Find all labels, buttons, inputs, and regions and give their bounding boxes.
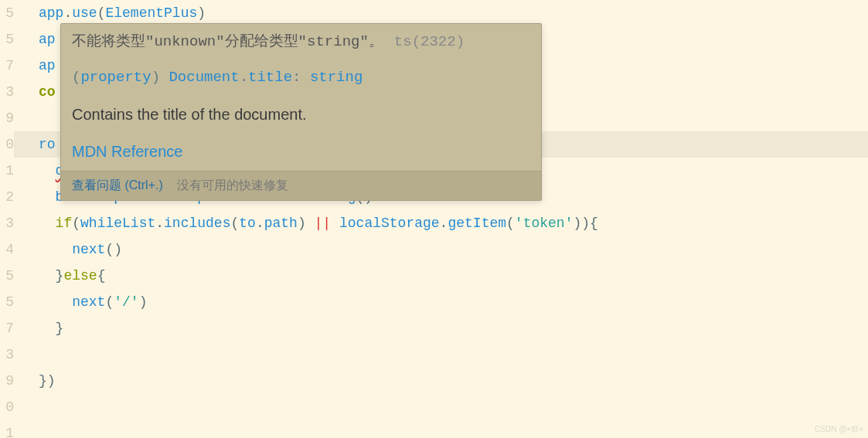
code-line[interactable]: }else{ xyxy=(39,263,868,289)
code-line[interactable]: if(whileList.includes(to.path) || localS… xyxy=(39,210,868,236)
watermark: CSDN @+郑+ xyxy=(815,423,863,436)
line-number-gutter: 5 5 7 3 9 0 1 2 3 4 5 5 7 3 9 0 1 xyxy=(0,0,14,438)
hover-tooltip[interactable]: 不能将类型"unknown"分配给类型"string"。ts(2322) (pr… xyxy=(60,23,542,201)
signature-row: (property) Document.title: string xyxy=(61,59,541,95)
code-line[interactable]: }) xyxy=(39,368,868,394)
code-line[interactable]: app.use(ElementPlus) xyxy=(39,0,868,26)
error-code: ts(2322) xyxy=(394,33,465,50)
doc-description: Contains the title of the document. xyxy=(61,96,541,133)
hover-actions-bar: 查看问题 (Ctrl+.)没有可用的快速修复 xyxy=(61,171,541,200)
code-line[interactable]: next() xyxy=(39,236,868,263)
error-message: 不能将类型"unknown"分配给类型"string"。 xyxy=(72,33,383,50)
code-line[interactable] xyxy=(39,341,868,368)
error-message-row: 不能将类型"unknown"分配给类型"string"。ts(2322) xyxy=(61,24,541,59)
view-problem-link[interactable]: 查看问题 (Ctrl+.) xyxy=(72,178,163,192)
code-line[interactable]: } xyxy=(39,315,868,341)
mdn-reference-row: MDN Reference xyxy=(61,133,541,171)
no-quickfix-label: 没有可用的快速修复 xyxy=(177,178,288,192)
code-line[interactable]: next('/') xyxy=(39,289,868,315)
mdn-reference-link[interactable]: MDN Reference xyxy=(72,143,182,160)
